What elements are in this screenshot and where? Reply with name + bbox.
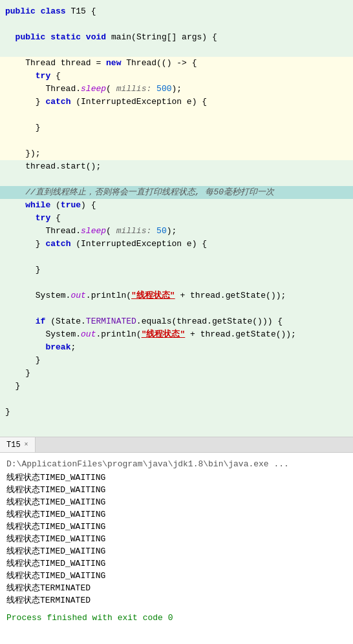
code-line: }); (0, 147, 353, 160)
code-line (0, 134, 353, 147)
code-line: Thread.sleep( millis: 50); (0, 225, 353, 238)
tab-close-icon[interactable]: × (25, 441, 28, 448)
code-line: public static void main(String[] args) { (0, 31, 353, 44)
console-line: 线程状态TERMINATED (6, 594, 347, 607)
code-editor: public class T15 { public static void ma… (0, 0, 353, 437)
console-area: D:\ApplicationFiles\program\java\jdk1.8\… (0, 453, 353, 629)
tab-label: T15 (6, 441, 21, 450)
code-line (0, 276, 353, 289)
code-line: } catch (InterruptedException e) { (0, 96, 353, 109)
code-line: if (State.TERMINATED.equals(thread.getSt… (0, 315, 353, 328)
exit-message: Process finished with exit code 0 (6, 612, 347, 624)
console-line: 线程状态TIMED_WAITING (6, 533, 347, 545)
keyword: public (5, 5, 36, 18)
code-line: try { (0, 212, 353, 225)
code-line: thread.start(); (0, 160, 353, 173)
code-line: System.out.println("线程状态" + thread.getSt… (0, 328, 353, 341)
code-line: } (0, 354, 353, 367)
console-line: 线程状态TIMED_WAITING (6, 496, 347, 508)
code-line: try { (0, 70, 353, 83)
console-path: D:\ApplicationFiles\program\java\jdk1.8\… (6, 458, 347, 470)
code-line: } (0, 121, 353, 134)
code-line (0, 109, 353, 121)
code-line: public class T15 { (0, 5, 353, 18)
code-line (0, 393, 353, 406)
console-line: 线程状态TIMED_WAITING (6, 484, 347, 496)
code-line (0, 44, 353, 57)
code-line (0, 173, 353, 186)
code-line (0, 419, 353, 431)
code-line: System.out.println("线程状态" + thread.getSt… (0, 289, 353, 302)
console-line: 线程状态TIMED_WAITING (6, 521, 347, 533)
code-line: } catch (InterruptedException e) { (0, 238, 353, 251)
bottom-panel: T15 × D:\ApplicationFiles\program\java\j… (0, 437, 353, 629)
code-line (0, 251, 353, 264)
console-tab[interactable]: T15 × (0, 437, 36, 452)
tab-bar: T15 × (0, 437, 353, 453)
console-output: 线程状态TIMED_WAITING线程状态TIMED_WAITING线程状态TI… (6, 472, 347, 607)
console-line: 线程状态TIMED_WAITING (6, 508, 347, 521)
code-line: Thread.sleep( millis: 500); (0, 83, 353, 96)
code-line: } (0, 380, 353, 393)
code-line: } (0, 264, 353, 276)
console-line: 线程状态TERMINATED (6, 582, 347, 594)
code-line: } (0, 367, 353, 380)
code-line (0, 302, 353, 315)
code-line-comment: //直到线程终止，否则将会一直打印线程状态, 每50毫秒打印一次 (0, 186, 353, 199)
code-line: while (true) { (0, 199, 353, 212)
console-line: 线程状态TIMED_WAITING (6, 472, 347, 484)
code-line: Thread thread = new Thread(() -> { (0, 57, 353, 70)
console-line: 线程状态TIMED_WAITING (6, 545, 347, 557)
code-line: } (0, 406, 353, 419)
code-line: break; (0, 341, 353, 354)
code-line (0, 18, 353, 31)
console-line: 线程状态TIMED_WAITING (6, 570, 347, 582)
console-line: 线程状态TIMED_WAITING (6, 557, 347, 570)
